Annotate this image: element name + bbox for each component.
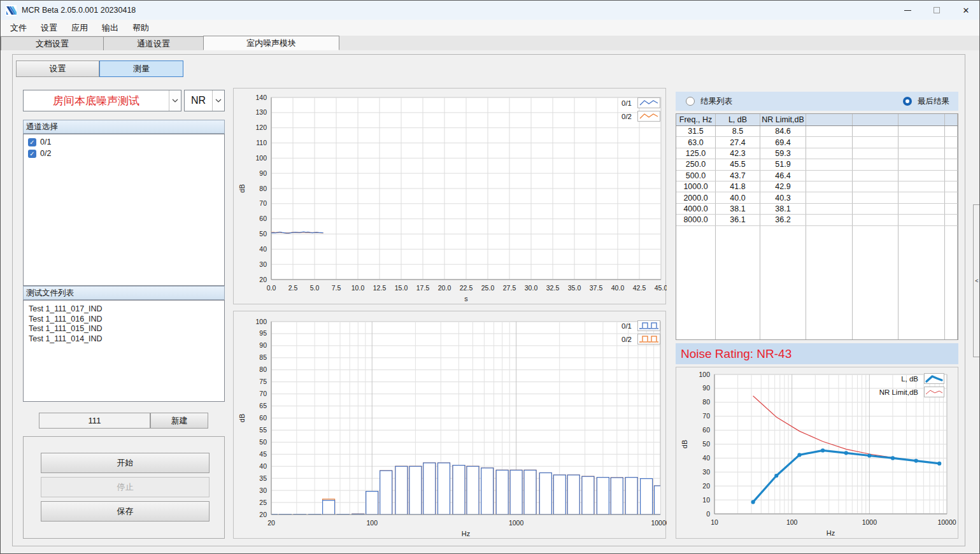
stop-button[interactable]: 停止 [41, 477, 209, 497]
svg-text:85: 85 [259, 353, 267, 361]
table-cell [898, 148, 945, 159]
new-button[interactable]: 新建 [150, 413, 208, 429]
legend-thin-icon [924, 387, 944, 397]
svg-text:100: 100 [255, 154, 267, 162]
table-row[interactable]: 1000.041.842.9 [676, 181, 958, 192]
result-table[interactable]: Freq., HzL, dBNR Limit,dB31.58.584.663.0… [676, 113, 958, 340]
checkbox-checked-icon[interactable]: ✓ [28, 150, 36, 158]
test-type-select[interactable]: 房间本底噪声测试 [23, 90, 181, 111]
svg-text:100: 100 [786, 518, 798, 526]
menu-bar: 文件设置应用输出帮助 [1, 20, 980, 36]
table-row[interactable]: 250.045.551.9 [676, 159, 958, 170]
tab-0[interactable]: 文档设置 [1, 36, 104, 50]
table-header-cell [806, 114, 853, 125]
nr-chart-legend: L, dBNR Limit,dB [867, 372, 944, 399]
table-row[interactable]: 63.027.469.4 [676, 137, 958, 148]
test-type-value: 房间本底噪声测试 [53, 94, 139, 108]
svg-text:32.5: 32.5 [546, 284, 560, 292]
table-cell [806, 226, 853, 339]
legend-bars-icon [637, 334, 660, 344]
table-row[interactable]: 31.58.584.6 [676, 126, 958, 137]
svg-text:Hz: Hz [827, 529, 835, 537]
close-button[interactable]: ✕ [951, 1, 980, 20]
svg-text:100: 100 [366, 519, 378, 527]
table-cell: 31.5 [676, 126, 716, 136]
radio-on-icon [903, 97, 912, 106]
svg-text:70: 70 [259, 390, 267, 397]
table-cell: 38.1 [760, 204, 806, 214]
svg-text:20: 20 [259, 511, 267, 518]
table-cell [853, 171, 898, 181]
legend-row-0: 0/1 [592, 319, 660, 332]
svg-text:70: 70 [259, 199, 267, 207]
title-bar: MCR Beta 2.05.0.001 20230418 ✕ [1, 1, 980, 20]
table-cell [853, 192, 898, 202]
file-list-item[interactable]: Test 1_111_017_IND [24, 304, 224, 315]
table-cell: 41.8 [716, 181, 760, 192]
checkbox-checked-icon[interactable]: ✓ [28, 138, 36, 146]
file-list-item[interactable]: Test 1_111_015_IND [24, 324, 224, 334]
table-row[interactable]: 4000.038.138.1 [676, 204, 958, 215]
menu-item-0[interactable]: 文件 [3, 21, 34, 35]
channel-row-1[interactable]: ✓0/2 [24, 148, 224, 159]
result-list-radio[interactable]: 结果列表 [686, 96, 732, 107]
svg-text:0: 0 [706, 510, 710, 518]
menu-item-4[interactable]: 帮助 [125, 21, 156, 35]
svg-text:60: 60 [259, 215, 267, 222]
last-result-radio[interactable]: 最后结果 [903, 96, 949, 107]
channel-list[interactable]: ✓0/1✓0/2 [23, 134, 225, 286]
table-row[interactable]: 125.042.359.3 [676, 148, 958, 159]
subtab-0[interactable]: 设置 [16, 60, 99, 77]
channel-row-0[interactable]: ✓0/1 [24, 136, 224, 148]
maximize-button[interactable] [922, 1, 951, 20]
minimize-button[interactable] [893, 1, 922, 20]
svg-text:90: 90 [702, 384, 710, 392]
svg-text:80: 80 [259, 185, 267, 192]
table-cell [945, 215, 958, 225]
svg-text:90: 90 [259, 169, 267, 177]
file-list-item[interactable]: Test 1_111_016_IND [24, 315, 224, 325]
table-row[interactable]: 8000.036.136.2 [676, 215, 958, 225]
test-file-list[interactable]: Test 1_111_017_INDTest 1_111_016_INDTest… [23, 300, 225, 402]
tab-2[interactable]: 室内噪声模块 [203, 36, 339, 50]
table-cell: 69.4 [760, 137, 806, 147]
table-cell [898, 215, 945, 225]
table-cell: 4000.0 [676, 204, 716, 214]
nr-standard-select[interactable]: NR [184, 90, 225, 111]
panel-collapse-button[interactable]: < [973, 204, 980, 357]
svg-text:50: 50 [259, 230, 267, 238]
table-cell [853, 148, 898, 159]
legend-label: 0/1 [621, 99, 632, 107]
subtab-1[interactable]: 测量 [99, 60, 183, 77]
legend-bars-icon [637, 320, 660, 331]
table-cell [945, 226, 958, 339]
table-cell [898, 171, 945, 181]
file-name-input[interactable]: 111 [39, 413, 150, 429]
svg-text:45: 45 [259, 450, 267, 458]
chevron-down-icon[interactable] [169, 90, 181, 111]
svg-text:30: 30 [259, 487, 267, 494]
file-list-item[interactable]: Test 1_111_014_IND [24, 334, 224, 344]
table-cell [806, 181, 853, 192]
table-row[interactable]: 2000.040.040.3 [676, 192, 958, 203]
result-list-radio-label: 结果列表 [700, 96, 732, 107]
tab-1[interactable]: 通道设置 [103, 36, 204, 50]
table-cell [806, 204, 853, 214]
table-header-cell: NR Limit,dB [760, 114, 806, 125]
table-header-row: Freq., HzL, dBNR Limit,dB [676, 114, 958, 126]
table-row[interactable]: 500.043.746.4 [676, 171, 958, 181]
svg-text:100: 100 [699, 371, 710, 378]
maximize-icon [934, 7, 940, 13]
menu-item-3[interactable]: 输出 [95, 21, 125, 35]
legend-label: L, dB [901, 375, 918, 383]
start-button[interactable]: 开始 [41, 453, 209, 473]
chevron-down-icon[interactable] [212, 90, 224, 111]
svg-text:60: 60 [259, 414, 267, 422]
menu-item-2[interactable]: 应用 [64, 21, 95, 35]
table-cell [760, 226, 806, 339]
menu-item-1[interactable]: 设置 [34, 21, 64, 35]
save-button[interactable]: 保存 [41, 501, 209, 522]
table-cell [806, 126, 853, 136]
svg-text:40: 40 [702, 454, 710, 462]
table-cell [806, 171, 853, 181]
